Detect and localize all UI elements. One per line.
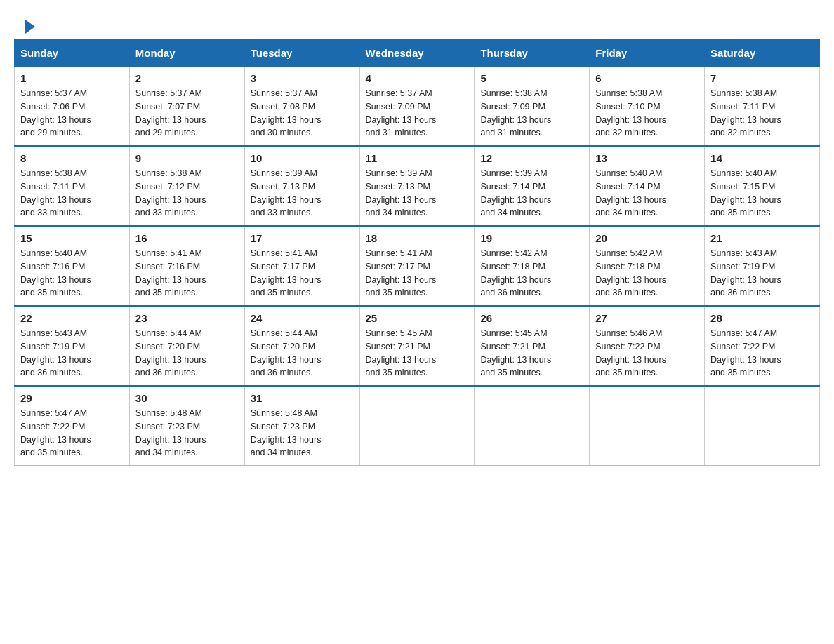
- day-number: 7: [710, 72, 814, 84]
- day-info: Sunrise: 5:41 AMSunset: 7:17 PMDaylight:…: [251, 247, 354, 300]
- day-number: 2: [135, 72, 239, 84]
- day-number: 3: [251, 72, 354, 84]
- day-cell-14: 14Sunrise: 5:40 AMSunset: 7:15 PMDayligh…: [705, 146, 820, 226]
- day-number: 16: [135, 232, 239, 244]
- day-number: 9: [135, 152, 239, 164]
- day-info: Sunrise: 5:45 AMSunset: 7:21 PMDaylight:…: [366, 327, 469, 380]
- day-number: 6: [595, 72, 699, 84]
- day-info: Sunrise: 5:38 AMSunset: 7:10 PMDaylight:…: [595, 87, 699, 140]
- day-cell-22: 22Sunrise: 5:43 AMSunset: 7:19 PMDayligh…: [15, 306, 130, 386]
- day-cell-7: 7Sunrise: 5:38 AMSunset: 7:11 PMDaylight…: [705, 67, 820, 147]
- day-cell-27: 27Sunrise: 5:46 AMSunset: 7:22 PMDayligh…: [590, 306, 705, 386]
- week-row-5: 29Sunrise: 5:47 AMSunset: 7:22 PMDayligh…: [15, 386, 820, 466]
- day-info: Sunrise: 5:39 AMSunset: 7:13 PMDaylight:…: [251, 167, 354, 220]
- day-info: Sunrise: 5:40 AMSunset: 7:16 PMDaylight:…: [20, 247, 124, 300]
- weekday-header-monday: Monday: [129, 40, 244, 67]
- week-row-3: 15Sunrise: 5:40 AMSunset: 7:16 PMDayligh…: [15, 226, 820, 306]
- day-cell-28: 28Sunrise: 5:47 AMSunset: 7:22 PMDayligh…: [705, 306, 820, 386]
- day-number: 27: [595, 312, 699, 324]
- day-cell-5: 5Sunrise: 5:38 AMSunset: 7:09 PMDaylight…: [475, 67, 590, 147]
- day-info: Sunrise: 5:43 AMSunset: 7:19 PMDaylight:…: [710, 247, 814, 300]
- day-info: Sunrise: 5:42 AMSunset: 7:18 PMDaylight:…: [480, 247, 583, 300]
- day-info: Sunrise: 5:40 AMSunset: 7:14 PMDaylight:…: [595, 167, 699, 220]
- weekday-header-friday: Friday: [590, 40, 705, 67]
- day-number: 14: [710, 152, 814, 164]
- day-cell-26: 26Sunrise: 5:45 AMSunset: 7:21 PMDayligh…: [475, 306, 590, 386]
- logo-arrow-icon: [25, 20, 35, 34]
- weekday-header-sunday: Sunday: [15, 40, 130, 67]
- day-info: Sunrise: 5:39 AMSunset: 7:13 PMDaylight:…: [366, 167, 469, 220]
- day-cell-3: 3Sunrise: 5:37 AMSunset: 7:08 PMDaylight…: [244, 67, 359, 147]
- day-number: 1: [20, 72, 124, 84]
- day-info: Sunrise: 5:38 AMSunset: 7:11 PMDaylight:…: [20, 167, 124, 220]
- day-info: Sunrise: 5:37 AMSunset: 7:09 PMDaylight:…: [366, 87, 469, 140]
- day-info: Sunrise: 5:38 AMSunset: 7:12 PMDaylight:…: [135, 167, 239, 220]
- calendar-wrapper: SundayMondayTuesdayWednesdayThursdayFrid…: [0, 39, 834, 480]
- weekday-header-thursday: Thursday: [475, 40, 590, 67]
- day-info: Sunrise: 5:37 AMSunset: 7:06 PMDaylight:…: [20, 87, 124, 140]
- day-number: 30: [135, 392, 239, 404]
- day-cell-15: 15Sunrise: 5:40 AMSunset: 7:16 PMDayligh…: [15, 226, 130, 306]
- weekday-header-saturday: Saturday: [705, 40, 820, 67]
- day-number: 28: [710, 312, 814, 324]
- day-number: 20: [595, 232, 699, 244]
- day-info: Sunrise: 5:42 AMSunset: 7:18 PMDaylight:…: [595, 247, 699, 300]
- day-cell-19: 19Sunrise: 5:42 AMSunset: 7:18 PMDayligh…: [475, 226, 590, 306]
- day-info: Sunrise: 5:37 AMSunset: 7:08 PMDaylight:…: [251, 87, 354, 140]
- day-info: Sunrise: 5:47 AMSunset: 7:22 PMDaylight:…: [710, 327, 814, 380]
- day-info: Sunrise: 5:45 AMSunset: 7:21 PMDaylight:…: [480, 327, 583, 380]
- day-info: Sunrise: 5:43 AMSunset: 7:19 PMDaylight:…: [20, 327, 124, 380]
- day-number: 8: [20, 152, 124, 164]
- day-number: 31: [251, 392, 354, 404]
- day-info: Sunrise: 5:41 AMSunset: 7:16 PMDaylight:…: [135, 247, 239, 300]
- empty-cell: [359, 386, 475, 466]
- week-row-1: 1Sunrise: 5:37 AMSunset: 7:06 PMDaylight…: [15, 67, 820, 147]
- day-info: Sunrise: 5:48 AMSunset: 7:23 PMDaylight:…: [135, 407, 239, 459]
- day-number: 4: [366, 72, 469, 84]
- day-info: Sunrise: 5:41 AMSunset: 7:17 PMDaylight:…: [366, 247, 469, 300]
- day-number: 23: [135, 312, 239, 324]
- day-cell-6: 6Sunrise: 5:38 AMSunset: 7:10 PMDaylight…: [590, 67, 705, 147]
- day-number: 12: [480, 152, 583, 164]
- day-info: Sunrise: 5:44 AMSunset: 7:20 PMDaylight:…: [135, 327, 239, 380]
- empty-cell: [475, 386, 590, 466]
- day-cell-17: 17Sunrise: 5:41 AMSunset: 7:17 PMDayligh…: [244, 226, 359, 306]
- day-info: Sunrise: 5:40 AMSunset: 7:15 PMDaylight:…: [710, 167, 814, 220]
- weekday-header-wednesday: Wednesday: [359, 40, 475, 67]
- day-number: 5: [480, 72, 583, 84]
- day-info: Sunrise: 5:44 AMSunset: 7:20 PMDaylight:…: [251, 327, 354, 380]
- day-info: Sunrise: 5:47 AMSunset: 7:22 PMDaylight:…: [20, 407, 124, 459]
- day-number: 13: [595, 152, 699, 164]
- day-cell-23: 23Sunrise: 5:44 AMSunset: 7:20 PMDayligh…: [129, 306, 244, 386]
- day-number: 26: [480, 312, 583, 324]
- day-number: 11: [366, 152, 469, 164]
- day-number: 18: [366, 232, 469, 244]
- day-info: Sunrise: 5:48 AMSunset: 7:23 PMDaylight:…: [251, 407, 354, 459]
- day-number: 25: [366, 312, 469, 324]
- day-cell-16: 16Sunrise: 5:41 AMSunset: 7:16 PMDayligh…: [129, 226, 244, 306]
- page-header: [0, 0, 834, 39]
- day-cell-10: 10Sunrise: 5:39 AMSunset: 7:13 PMDayligh…: [244, 146, 359, 226]
- day-cell-8: 8Sunrise: 5:38 AMSunset: 7:11 PMDaylight…: [15, 146, 130, 226]
- day-info: Sunrise: 5:38 AMSunset: 7:09 PMDaylight:…: [480, 87, 583, 140]
- day-info: Sunrise: 5:38 AMSunset: 7:11 PMDaylight:…: [710, 87, 814, 140]
- day-cell-11: 11Sunrise: 5:39 AMSunset: 7:13 PMDayligh…: [359, 146, 475, 226]
- day-number: 29: [20, 392, 124, 404]
- weekday-header-row: SundayMondayTuesdayWednesdayThursdayFrid…: [15, 40, 820, 67]
- day-number: 22: [20, 312, 124, 324]
- day-number: 19: [480, 232, 583, 244]
- day-info: Sunrise: 5:37 AMSunset: 7:07 PMDaylight:…: [135, 87, 239, 140]
- day-cell-31: 31Sunrise: 5:48 AMSunset: 7:23 PMDayligh…: [244, 386, 359, 466]
- calendar-table: SundayMondayTuesdayWednesdayThursdayFrid…: [14, 39, 820, 466]
- day-cell-30: 30Sunrise: 5:48 AMSunset: 7:23 PMDayligh…: [129, 386, 244, 466]
- day-cell-12: 12Sunrise: 5:39 AMSunset: 7:14 PMDayligh…: [475, 146, 590, 226]
- logo: [22, 17, 35, 31]
- day-cell-9: 9Sunrise: 5:38 AMSunset: 7:12 PMDaylight…: [129, 146, 244, 226]
- weekday-header-tuesday: Tuesday: [244, 40, 359, 67]
- empty-cell: [590, 386, 705, 466]
- day-number: 24: [251, 312, 354, 324]
- day-cell-29: 29Sunrise: 5:47 AMSunset: 7:22 PMDayligh…: [15, 386, 130, 466]
- day-cell-2: 2Sunrise: 5:37 AMSunset: 7:07 PMDaylight…: [129, 67, 244, 147]
- day-cell-20: 20Sunrise: 5:42 AMSunset: 7:18 PMDayligh…: [590, 226, 705, 306]
- day-number: 17: [251, 232, 354, 244]
